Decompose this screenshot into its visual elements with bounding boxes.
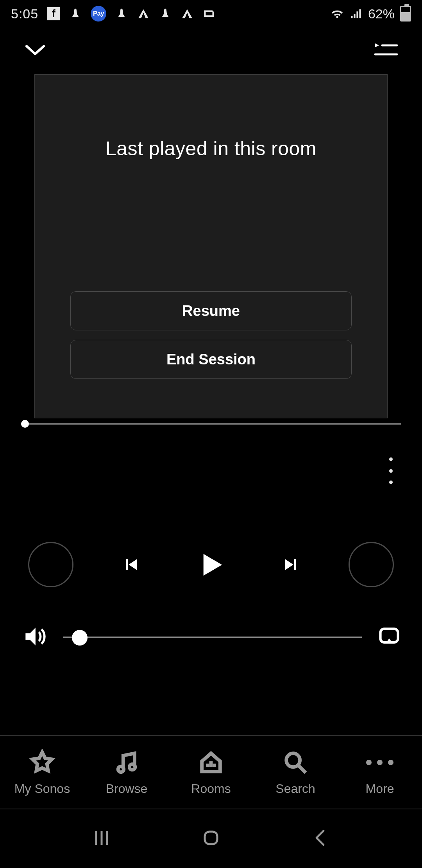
tab-label: Rooms xyxy=(191,782,231,796)
tab-rooms[interactable]: Rooms xyxy=(169,736,253,809)
svg-marker-4 xyxy=(386,638,392,642)
wifi-icon xyxy=(331,7,344,20)
volume-slider[interactable] xyxy=(63,628,362,647)
card-title: Last played in this room xyxy=(106,137,316,160)
volume-icon[interactable] xyxy=(21,623,48,651)
back-button[interactable] xyxy=(309,826,332,851)
shuffle-button[interactable] xyxy=(28,542,73,587)
transport-controls xyxy=(0,541,422,588)
tab-browse[interactable]: Browse xyxy=(84,736,169,809)
progress-track xyxy=(21,423,401,425)
repeat-button[interactable] xyxy=(349,542,394,587)
battery-icon xyxy=(400,6,411,22)
tab-search[interactable]: Search xyxy=(253,736,338,809)
end-session-label: End Session xyxy=(166,351,256,368)
volume-track xyxy=(63,637,362,638)
progress-thumb[interactable] xyxy=(21,420,29,428)
previous-track-button[interactable] xyxy=(107,541,154,588)
tab-label: My Sonos xyxy=(14,782,70,796)
android-status-bar: 5:05 f Pay 62% xyxy=(0,0,422,27)
svg-point-10 xyxy=(286,753,300,767)
tab-label: Browse xyxy=(106,782,148,796)
volume-row xyxy=(0,623,422,651)
resume-label: Resume xyxy=(182,303,240,319)
android-nav-bar xyxy=(0,809,422,868)
tab-label: More xyxy=(366,782,394,796)
status-clock: 5:05 xyxy=(11,6,38,22)
output-device-button[interactable] xyxy=(377,625,401,650)
volume-thumb[interactable] xyxy=(72,630,88,646)
tab-more[interactable]: More xyxy=(338,736,422,809)
svg-marker-0 xyxy=(375,43,379,47)
praying-icon xyxy=(159,7,172,20)
battery-percent: 62% xyxy=(368,6,395,22)
playback-progress-slider[interactable] xyxy=(21,416,401,432)
bottom-tab-bar: My Sonos Browse Rooms Search More xyxy=(0,735,422,809)
more-options-button[interactable] xyxy=(383,455,399,486)
collapse-button[interactable] xyxy=(23,42,47,59)
tent-icon xyxy=(137,7,150,20)
tab-label: Search xyxy=(275,782,315,796)
tent-icon xyxy=(181,7,194,20)
praying-icon xyxy=(69,7,82,20)
vpn-icon xyxy=(202,7,216,20)
cell-signal-icon xyxy=(349,7,363,20)
end-session-button[interactable]: End Session xyxy=(70,340,352,379)
svg-point-5 xyxy=(118,766,124,772)
play-button[interactable] xyxy=(188,541,234,588)
player-header xyxy=(0,27,422,74)
next-track-button[interactable] xyxy=(268,541,315,588)
recents-button[interactable] xyxy=(90,826,113,851)
queue-button[interactable] xyxy=(374,40,399,61)
svg-point-6 xyxy=(129,764,135,770)
tab-my-sonos[interactable]: My Sonos xyxy=(0,736,84,809)
facebook-icon: f xyxy=(47,7,60,20)
home-button[interactable] xyxy=(199,826,223,851)
pay-icon: Pay xyxy=(91,6,106,22)
resume-button[interactable]: Resume xyxy=(70,291,352,330)
svg-line-11 xyxy=(299,766,306,773)
svg-rect-15 xyxy=(205,832,217,844)
now-playing-card: Last played in this room Resume End Sess… xyxy=(34,74,388,418)
praying-icon xyxy=(115,7,128,20)
more-icon xyxy=(366,749,393,776)
